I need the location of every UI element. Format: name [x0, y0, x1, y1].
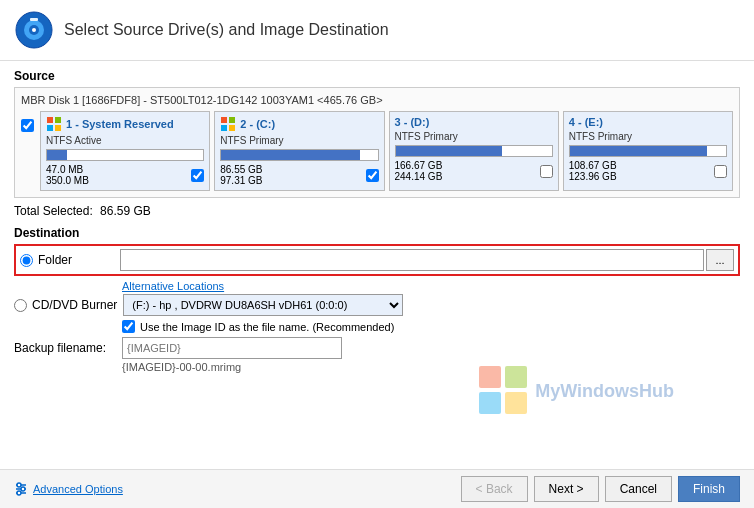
disk-header: MBR Disk 1 [1686FDF8] - ST500LT012-1DG14…: [21, 94, 733, 106]
partition-1-bar: [46, 149, 204, 161]
partition-2: 2 - (C:) NTFS Primary 86.55 GB 97.31 GB: [214, 111, 384, 191]
folder-input[interactable]: [120, 249, 704, 271]
partition-4-size1: 108.67 GB 123.96 GB: [569, 160, 617, 182]
next-button[interactable]: Next >: [534, 476, 599, 502]
imageid-filename-hint: {IMAGEID}-00-00.mrimg: [122, 361, 740, 373]
folder-row: Folder ...: [14, 244, 740, 276]
partition-2-type: NTFS Primary: [220, 135, 378, 146]
partitions-row: 1 - System Reserved NTFS Active 47.0 MB …: [21, 111, 733, 191]
svg-rect-8: [55, 125, 61, 131]
svg-point-22: [17, 491, 21, 495]
dialog-header: Select Source Drive(s) and Image Destina…: [0, 0, 754, 61]
partition-3-type: NTFS Primary: [395, 131, 553, 142]
partitions-container: 1 - System Reserved NTFS Active 47.0 MB …: [40, 111, 733, 191]
sliders-icon: [14, 482, 28, 496]
partition-2-bar-fill: [221, 150, 360, 160]
use-imageid-label: Use the Image ID as the file name. (Reco…: [140, 321, 394, 333]
folder-label-text: Folder: [38, 253, 72, 267]
backup-filename-input[interactable]: [122, 337, 342, 359]
partition-4-type: NTFS Primary: [569, 131, 727, 142]
partition-3-sizes: 166.67 GB 244.14 GB: [395, 160, 553, 182]
partition-4: 4 - (E:) NTFS Primary 108.67 GB 123.96 G…: [563, 111, 733, 191]
advanced-options-label: Advanced Options: [33, 483, 123, 495]
svg-rect-5: [47, 117, 53, 123]
partition-1-size1: 47.0 MB 350.0 MB: [46, 164, 89, 186]
partition-2-size1: 86.55 GB 97.31 GB: [220, 164, 262, 186]
partition-4-bar-fill: [570, 146, 708, 156]
folder-radio-label[interactable]: Folder: [20, 253, 120, 267]
partition-2-header: 2 - (C:): [220, 116, 378, 132]
partition-3-bar: [395, 145, 553, 157]
partition-3-header: 3 - (D:): [395, 116, 553, 128]
svg-point-3: [32, 28, 36, 32]
partition-4-name: 4 - (E:): [569, 116, 603, 128]
partition-1-name: 1 - System Reserved: [66, 118, 174, 130]
source-section-label: Source: [14, 69, 740, 83]
cd-row: CD/DVD Burner (F:) - hp , DVDRW DU8A6SH …: [14, 294, 740, 316]
app-icon: [14, 10, 54, 50]
partition-2-name: 2 - (C:): [240, 118, 275, 130]
partition-1-bar-fill: [47, 150, 67, 160]
alt-locations-link[interactable]: Alternative Locations: [122, 280, 740, 292]
windows-icon-2: [220, 116, 236, 132]
browse-button[interactable]: ...: [706, 249, 734, 271]
partition-1-checkbox[interactable]: [191, 169, 204, 182]
advanced-options-btn[interactable]: Advanced Options: [14, 482, 123, 496]
partition-1-type: NTFS Active: [46, 135, 204, 146]
destination-section: Destination Folder ... Alternative Locat…: [14, 226, 740, 373]
cd-radio[interactable]: [14, 299, 27, 312]
svg-rect-9: [221, 117, 227, 123]
backup-filename-row: Backup filename:: [14, 337, 740, 359]
cd-label-text: CD/DVD Burner: [32, 298, 117, 312]
svg-rect-4: [30, 18, 38, 21]
partition-4-sizes: 108.67 GB 123.96 GB: [569, 160, 727, 182]
partition-3-name: 3 - (D:): [395, 116, 430, 128]
back-button[interactable]: < Back: [461, 476, 528, 502]
folder-input-group: ...: [120, 249, 734, 271]
dialog-content: Source MBR Disk 1 [1686FDF8] - ST500LT01…: [0, 61, 754, 469]
partition-1: 1 - System Reserved NTFS Active 47.0 MB …: [40, 111, 210, 191]
use-imageid-row: Use the Image ID as the file name. (Reco…: [122, 320, 740, 333]
partition-3-bar-fill: [396, 146, 502, 156]
partition-3-checkbox[interactable]: [540, 165, 553, 178]
total-selected-row: Total Selected: 86.59 GB: [14, 198, 740, 222]
use-imageid-checkbox[interactable]: [122, 320, 135, 333]
svg-rect-10: [229, 117, 235, 123]
partition-4-bar: [569, 145, 727, 157]
finish-button[interactable]: Finish: [678, 476, 740, 502]
partition-1-sizes: 47.0 MB 350.0 MB: [46, 164, 204, 186]
svg-rect-6: [55, 117, 61, 123]
partition-4-checkbox[interactable]: [714, 165, 727, 178]
partition-3-size1: 166.67 GB 244.14 GB: [395, 160, 443, 182]
dialog-title: Select Source Drive(s) and Image Destina…: [64, 21, 389, 39]
cd-drive-select[interactable]: (F:) - hp , DVDRW DU8A6SH vDH61 (0:0:0): [123, 294, 403, 316]
partition-2-sizes: 86.55 GB 97.31 GB: [220, 164, 378, 186]
svg-point-20: [21, 487, 25, 491]
partition-2-bar: [220, 149, 378, 161]
cancel-button[interactable]: Cancel: [605, 476, 672, 502]
partition-4-header: 4 - (E:): [569, 116, 727, 128]
cd-radio-label[interactable]: CD/DVD Burner: [14, 298, 117, 312]
partition-3: 3 - (D:) NTFS Primary 166.67 GB 244.14 G…: [389, 111, 559, 191]
main-dialog: Select Source Drive(s) and Image Destina…: [0, 0, 754, 508]
footer-buttons: < Back Next > Cancel Finish: [461, 476, 740, 502]
footer: Advanced Options < Back Next > Cancel Fi…: [0, 469, 754, 508]
destination-section-label: Destination: [14, 226, 740, 240]
svg-rect-12: [229, 125, 235, 131]
source-box: MBR Disk 1 [1686FDF8] - ST500LT012-1DG14…: [14, 87, 740, 198]
svg-rect-11: [221, 125, 227, 131]
disk-checkbox[interactable]: [21, 119, 34, 132]
partition-2-checkbox[interactable]: [366, 169, 379, 182]
svg-rect-7: [47, 125, 53, 131]
windows-icon-1: [46, 116, 62, 132]
folder-radio[interactable]: [20, 254, 33, 267]
total-selected-label: Total Selected:: [14, 204, 93, 218]
partition-1-header: 1 - System Reserved: [46, 116, 204, 132]
backup-filename-label: Backup filename:: [14, 341, 114, 355]
svg-point-18: [17, 483, 21, 487]
total-selected-value: 86.59 GB: [100, 204, 151, 218]
